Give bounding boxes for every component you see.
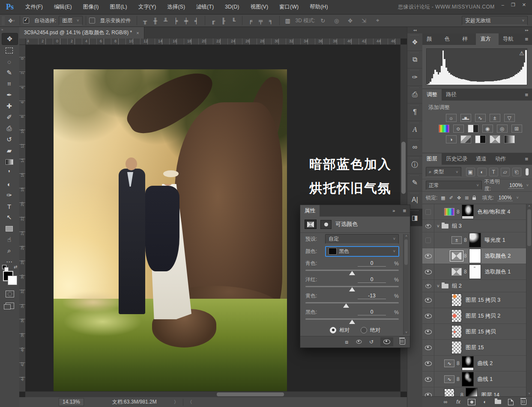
quick-mask-icon[interactable] — [6, 291, 14, 297]
visibility-toggle[interactable] — [422, 220, 434, 232]
collapse-strip-icon[interactable]: ◂◂ — [407, 27, 422, 33]
tab-properties[interactable]: 属性 — [300, 205, 320, 217]
posterize-icon[interactable] — [460, 135, 471, 143]
histogram-tab-样式[interactable]: 样式 — [458, 33, 476, 45]
slider-thumb[interactable] — [349, 287, 355, 291]
motion-icon[interactable]: ❖ — [407, 33, 422, 51]
preset-dropdown[interactable]: 自定 ˅ — [325, 234, 399, 244]
visibility-toggle[interactable] — [422, 280, 434, 292]
selective-color-icon[interactable] — [490, 135, 500, 143]
visibility-toggle[interactable] — [422, 232, 434, 248]
distribute-horizontal-centers-icon[interactable]: ╤ — [256, 16, 266, 25]
distribute-bottom-edges-icon[interactable]: ╙ — [229, 16, 239, 25]
status-menu-arrow-icon[interactable]: 〉 — [174, 399, 179, 405]
visibility-toggle[interactable] — [422, 387, 434, 396]
color-lookup-icon[interactable]: ⊞ — [511, 125, 522, 133]
filter-toggle-icon[interactable] — [526, 168, 529, 175]
menu-item-8[interactable]: 视图(V) — [245, 0, 274, 14]
histogram-menu-icon[interactable]: ≡ — [521, 33, 532, 45]
pen-tool-icon[interactable]: ✑ — [2, 190, 17, 201]
histogram-tab-颜色[interactable]: 颜色 — [422, 33, 440, 45]
slider-track[interactable] — [305, 302, 399, 303]
invert-icon[interactable]: ◑ — [446, 135, 457, 143]
zoom-tool-icon[interactable]: ⌕ — [2, 245, 17, 256]
visibility-toggle[interactable] — [422, 248, 434, 264]
layers-scrollbar[interactable]: ˄ ˅ — [526, 204, 532, 396]
layer-mask-thumbnail[interactable] — [462, 372, 474, 386]
layer-mask-thumbnail[interactable] — [466, 388, 478, 396]
threshold-icon[interactable] — [475, 135, 486, 143]
fill-value[interactable]: 100% — [497, 195, 513, 201]
photo-filter-icon[interactable]: ◉ — [482, 125, 493, 133]
creative-cloud-icon[interactable]: ∞ — [407, 139, 422, 156]
menu-item-7[interactable]: 3D(D) — [219, 0, 245, 14]
layers-tab-图层[interactable]: 图层 — [422, 153, 442, 165]
group-expand-icon[interactable]: ˅ — [437, 284, 439, 288]
distribute-vertical-centers-icon[interactable]: ╟ — [218, 16, 229, 25]
layer-mask-thumbnail[interactable] — [469, 249, 481, 263]
visibility-toggle[interactable] — [422, 356, 434, 371]
scroll-up-icon[interactable]: ˄ — [528, 204, 530, 208]
radio-absolute[interactable]: 绝对 — [361, 327, 380, 334]
3d-slide-icon[interactable]: ⇲ — [359, 16, 369, 25]
distribute-top-edges-icon[interactable]: ╓ — [208, 16, 218, 25]
workspace-dropdown[interactable]: 安超无敌组˅ — [462, 16, 528, 25]
character-styles-icon[interactable]: A — [407, 121, 422, 139]
dock-collapse-icon[interactable]: ▸▸ — [422, 27, 532, 33]
layers-menu-icon[interactable]: ≡ — [521, 153, 532, 165]
zoom-level-field[interactable]: 14.13% — [59, 398, 84, 406]
slider-thumb[interactable] — [349, 320, 355, 324]
blend-mode-dropdown[interactable]: 正常 ˅ — [426, 181, 482, 190]
slider-thumb[interactable] — [343, 303, 349, 308]
blur-tool-icon[interactable]: ❜ — [2, 167, 17, 178]
layer-effects-icon[interactable]: fx — [455, 399, 462, 405]
gradient-map-icon[interactable] — [504, 135, 515, 143]
visibility-toggle[interactable] — [422, 340, 434, 355]
scrollbar-thumb[interactable] — [527, 209, 531, 246]
properties-scrollbar[interactable]: ˄ ˅ — [403, 234, 409, 335]
brush-presets-icon[interactable]: ✑ — [407, 68, 422, 86]
lasso-tool-icon[interactable]: ◌ — [2, 56, 17, 67]
brightness-contrast-icon[interactable]: ☼ — [446, 114, 457, 122]
menu-item-2[interactable]: 图像(I) — [78, 0, 105, 14]
scroll-left-icon[interactable]: 〈 — [188, 399, 192, 405]
new-adjustment-icon[interactable]: ◐ — [481, 399, 488, 405]
menu-item-6[interactable]: 滤镜(T) — [191, 0, 219, 14]
layer-row-0[interactable]: 8色相/饱和度 4 — [422, 204, 526, 220]
auto-align-layers-icon[interactable]: ▥ — [283, 16, 293, 25]
align-left-edges-icon[interactable]: ╞ — [171, 16, 181, 25]
move-tool-icon[interactable]: ✥ — [2, 33, 18, 45]
layer-row-9[interactable]: 图层 15 — [422, 340, 526, 356]
maximize-icon[interactable]: ❐ — [511, 2, 515, 8]
curves-icon[interactable]: ∿ — [475, 114, 486, 122]
adjust-tab-路径[interactable]: 路径 — [442, 89, 461, 101]
document-tab[interactable]: 3C9A2454.psd @ 14.1% (选取颜色 2, RGB/8) * × — [19, 27, 144, 39]
eraser-tool-icon[interactable]: ▰ — [2, 145, 17, 156]
delete-adjustment-icon[interactable] — [399, 339, 406, 345]
hue-saturation-icon[interactable] — [439, 125, 449, 133]
chevron-down-icon[interactable]: ˅ — [516, 196, 518, 200]
histogram-tab-色板[interactable]: 色板 — [440, 33, 458, 45]
move-tool-option-icon[interactable]: ✥˅ — [6, 16, 17, 25]
distribute-right-edges-icon[interactable]: ╕ — [266, 16, 276, 25]
layer-thumbnail[interactable] — [451, 325, 462, 338]
hand-tool-icon[interactable]: ☝ — [2, 234, 17, 245]
adjustment-filter-icon[interactable]: ◐ — [478, 168, 487, 176]
scrollbar-thumb[interactable] — [217, 392, 284, 396]
histogram-warning-icon[interactable]: ⚠ — [519, 50, 524, 56]
align-vertical-centers-icon[interactable]: ╫ — [150, 16, 161, 25]
collapse-panel-icon[interactable]: » — [389, 205, 399, 217]
group-expand-icon[interactable]: ˅ — [437, 224, 439, 229]
rectangle-tool-icon[interactable] — [2, 223, 17, 234]
layers-tab-动作[interactable]: 动作 — [491, 153, 510, 165]
layer-row-8[interactable]: 图层 15 拷贝 — [422, 324, 526, 340]
minimize-icon[interactable]: – — [502, 2, 504, 8]
layer-thumbnail[interactable] — [451, 309, 462, 322]
menu-item-3[interactable]: 图层(L) — [104, 0, 132, 14]
history-brush-tool-icon[interactable]: ↺ — [2, 134, 17, 145]
channel-mixer-icon[interactable]: ◎ — [497, 125, 508, 133]
clip-to-layer-icon[interactable]: ⧈ — [343, 339, 350, 345]
color-balance-icon[interactable]: ≎ — [453, 125, 464, 133]
slider-value[interactable]: 0 — [358, 309, 386, 315]
tool-presets-icon[interactable]: ✎ — [407, 174, 422, 191]
